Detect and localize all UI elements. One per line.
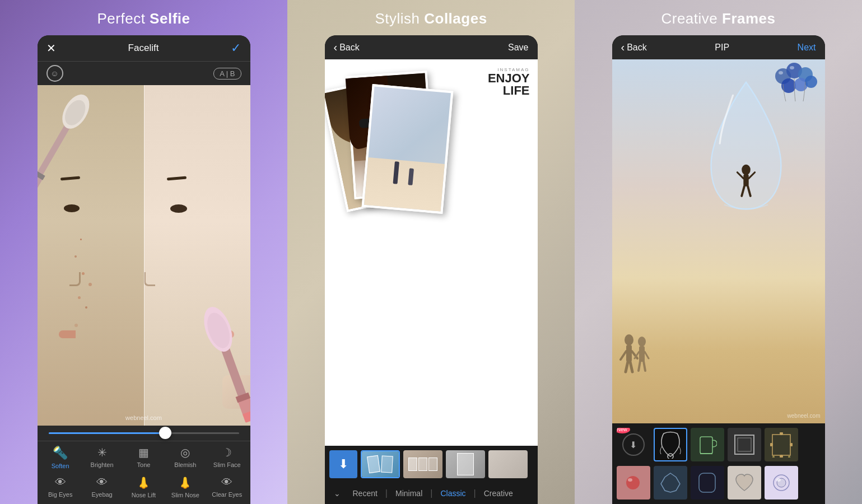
svg-rect-38 <box>700 437 712 454</box>
svg-line-22 <box>644 361 645 371</box>
selfie-topbar: ✕ Facelift ✓ <box>38 35 250 61</box>
clear-eyes-icon: 👁 <box>221 476 232 489</box>
save-button[interactable]: Save <box>508 43 528 53</box>
thumb-3[interactable] <box>446 450 485 478</box>
nose-lift-label: Nose Lift <box>132 492 156 498</box>
blemish-label: Blemish <box>174 461 196 468</box>
svg-rect-18 <box>639 346 645 362</box>
cat-divider-3: | <box>474 488 476 498</box>
brighten-label: Brighten <box>91 461 114 468</box>
tool-blemish[interactable]: ◎ Blemish <box>169 446 202 469</box>
balloons-area <box>772 62 822 120</box>
panel-selfie: Perfect Selfie ✕ Facelift ✓ ☺ A | B <box>0 0 287 504</box>
svg-point-35 <box>779 71 783 74</box>
svg-point-32 <box>781 78 796 93</box>
thumb-1[interactable] <box>361 450 400 478</box>
new-badge: New <box>617 428 630 433</box>
svg-rect-12 <box>626 345 632 362</box>
collage-topbar: ‹ Back Save <box>325 35 538 59</box>
check-icon[interactable]: ✓ <box>231 41 241 55</box>
tool-soften[interactable]: 🔦 Soften <box>44 446 77 469</box>
frame-thumb-gem[interactable] <box>617 466 650 500</box>
frames-topbar: ‹ Back PIP Next <box>612 35 825 59</box>
thumb-2[interactable] <box>403 450 442 478</box>
collage-photo-3 <box>361 84 453 214</box>
face-split-line <box>144 85 145 426</box>
cat-recent[interactable]: Recent <box>346 489 384 498</box>
slider-area <box>38 426 250 441</box>
soften-label: Soften <box>52 463 69 469</box>
big-eyes-label: Big Eyes <box>48 491 72 498</box>
frames-download-thumb[interactable]: New ⬇ <box>617 428 650 461</box>
frames-thumbs-row-2 <box>612 466 825 504</box>
frame-thumb-dark[interactable] <box>654 466 687 500</box>
collage-thumbs: ⬇ <box>325 446 538 483</box>
slim-nose-icon: 👃 <box>178 476 192 489</box>
panel3-title: Creative Frames <box>661 10 775 27</box>
panel-collage: Stylish Collages ‹ Back Save INSTAMAG EN… <box>287 0 575 504</box>
panel-frames: Creative Frames ‹ Back PIP Next <box>575 0 862 504</box>
tool-big-eyes[interactable]: 👁 Big Eyes <box>44 476 77 498</box>
slider-track[interactable] <box>49 432 239 434</box>
big-eyes-icon: 👁 <box>55 476 66 489</box>
slim-face-label: Slim Face <box>213 461 241 468</box>
svg-point-49 <box>626 476 640 489</box>
watermark-frames: webneel.com <box>788 413 821 419</box>
brighten-icon: ✳ <box>97 446 107 459</box>
pip-title: PIP <box>715 43 729 53</box>
frame-thumb-ornate[interactable] <box>765 428 798 461</box>
svg-point-36 <box>790 66 794 69</box>
frame-thumb-dark2[interactable] <box>691 466 724 500</box>
face-icon: ☺ <box>46 65 63 82</box>
tool-eyebag[interactable]: 👁 Eyebag <box>85 476 119 498</box>
frame-thumb-heart[interactable] <box>728 466 761 500</box>
tools-row-1: 🔦 Soften ✳ Brighten ▦ Tone ◎ Blemish ☽ S… <box>38 441 250 473</box>
svg-rect-24 <box>743 174 748 186</box>
cat-minimal[interactable]: Minimal <box>389 489 429 498</box>
photo-stack-area <box>333 71 493 435</box>
frame-thumb-square[interactable] <box>728 428 761 461</box>
svg-point-34 <box>805 76 817 88</box>
frames-phone: ‹ Back PIP Next <box>612 35 825 504</box>
frames-back-label: Back <box>627 43 647 53</box>
svg-point-54 <box>776 478 781 482</box>
tool-brighten[interactable]: ✳ Brighten <box>85 446 119 469</box>
enjoy-label: ENJOY <box>488 72 530 85</box>
slim-face-icon: ☽ <box>222 446 232 459</box>
svg-rect-42 <box>772 435 790 455</box>
svg-line-21 <box>639 361 640 371</box>
collapse-icon[interactable]: ⌄ <box>334 489 341 498</box>
tool-nose-lift[interactable]: 👃 Nose Lift <box>127 476 160 498</box>
cat-divider-2: | <box>430 488 432 498</box>
ab-bar: ☺ A | B <box>38 61 250 85</box>
panel2-title: Stylish Collages <box>375 10 487 27</box>
tool-slim-face[interactable]: ☽ Slim Face <box>210 446 244 469</box>
cat-creative[interactable]: Creative <box>477 489 520 498</box>
svg-line-13 <box>621 351 626 360</box>
frames-image-area: webneel.com <box>612 59 825 423</box>
svg-point-48 <box>788 456 790 458</box>
tool-slim-nose[interactable]: 👃 Slim Nose <box>169 476 202 498</box>
svg-line-15 <box>626 362 628 372</box>
tools-row-2: 👁 Big Eyes 👁 Eyebag 👃 Nose Lift 👃 Slim N… <box>38 473 250 504</box>
frame-thumb-pearl[interactable] <box>765 466 798 500</box>
face-image-area: webneel.com <box>38 85 250 426</box>
phone-frame-selfie: ✕ Facelift ✓ ☺ A | B <box>38 35 250 504</box>
tool-tone[interactable]: ▦ Tone <box>127 446 160 469</box>
tool-clear-eyes[interactable]: 👁 Clear Eyes <box>210 476 244 498</box>
soften-icon: 🔦 <box>53 446 68 460</box>
frame-thumb-cup[interactable] <box>691 428 724 461</box>
thumb-4[interactable] <box>488 450 528 478</box>
slider-thumb[interactable] <box>159 427 171 439</box>
panel1-title: Perfect Selfie <box>97 10 190 27</box>
back-button[interactable]: ‹ Back <box>334 41 360 54</box>
next-button[interactable]: Next <box>798 43 816 53</box>
frame-thumb-necklace[interactable] <box>654 428 687 461</box>
ab-badge: A | B <box>213 68 241 80</box>
download-button[interactable]: ⬇ <box>329 450 357 478</box>
cat-classic[interactable]: Classic <box>434 489 472 498</box>
collage-categories: ⌄ Recent | Minimal | Classic | Creative <box>325 483 538 504</box>
frames-back-button[interactable]: ‹ Back <box>621 41 647 54</box>
close-icon[interactable]: ✕ <box>46 41 56 55</box>
svg-point-17 <box>638 337 646 347</box>
